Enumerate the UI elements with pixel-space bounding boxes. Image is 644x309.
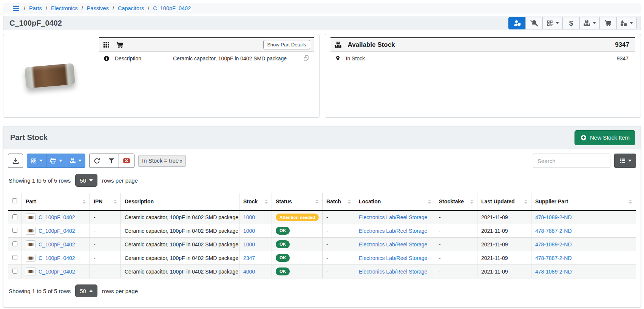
export-button[interactable] bbox=[8, 154, 23, 168]
table-row: C_100pF_0402 - Ceramic capacitor, 100pF … bbox=[8, 224, 636, 238]
status-badge: Attention needed bbox=[276, 214, 319, 221]
part-overview: Show Part Details Description Ceramic ca… bbox=[3, 34, 641, 118]
part-thumbnail[interactable] bbox=[26, 213, 36, 221]
column-header-supplier-part[interactable]: Supplier Part bbox=[531, 193, 636, 211]
part-thumbnail[interactable] bbox=[26, 267, 36, 275]
part-stock-header: Part Stock New Stock Item bbox=[3, 126, 641, 149]
stock-options-dropdown[interactable] bbox=[66, 154, 85, 168]
part-actions-button[interactable] bbox=[616, 17, 637, 29]
part-link[interactable]: C_100pF_0402 bbox=[39, 228, 75, 234]
pricing-button[interactable]: $ bbox=[562, 17, 580, 29]
chevron-down-icon bbox=[593, 22, 596, 24]
subscribe-button[interactable] bbox=[508, 17, 526, 29]
supplier-part-link[interactable]: 478-1089-2-ND bbox=[535, 241, 572, 248]
column-header-part[interactable]: Part bbox=[22, 193, 90, 211]
column-header-ipn[interactable]: IPN bbox=[90, 193, 121, 211]
location-link[interactable]: Electronics Lab/Reel Storage bbox=[359, 241, 427, 248]
ipn-cell: - bbox=[90, 265, 121, 278]
part-link[interactable]: C_100pF_0402 bbox=[39, 269, 75, 275]
column-header-status[interactable]: Status bbox=[272, 193, 323, 211]
page-size-dropdown[interactable]: 50 bbox=[75, 284, 97, 297]
columns-dropdown-button[interactable] bbox=[614, 154, 636, 168]
location-link[interactable]: Electronics Lab/Reel Storage bbox=[359, 269, 427, 275]
column-header-batch[interactable]: Batch bbox=[323, 193, 355, 211]
order-part-button[interactable] bbox=[599, 17, 617, 29]
pagination-suffix-text: rows per page bbox=[102, 288, 138, 294]
part-details-header: Show Part Details bbox=[99, 37, 314, 52]
description-label: Description bbox=[115, 55, 168, 61]
barcode-actions-dropdown[interactable] bbox=[27, 154, 46, 168]
stock-actions-button[interactable] bbox=[579, 17, 600, 29]
sort-icon bbox=[265, 200, 268, 204]
breadcrumb-item-current-part[interactable]: C_100pF_0402 bbox=[153, 5, 191, 11]
column-header-last-updated[interactable]: Last Updated bbox=[477, 193, 531, 211]
breadcrumb-item-parts[interactable]: Parts bbox=[29, 5, 42, 11]
in-stock-row: In Stock 9347 bbox=[330, 52, 636, 65]
supplier-part-link[interactable]: 478-1089-2-ND bbox=[535, 214, 572, 220]
row-checkbox[interactable] bbox=[12, 228, 17, 233]
capacitor-photo bbox=[24, 63, 75, 88]
new-stock-item-button[interactable]: New Stock Item bbox=[575, 130, 635, 145]
part-image[interactable] bbox=[3, 34, 96, 117]
barcode-actions-button[interactable] bbox=[542, 17, 563, 29]
column-header-stock[interactable]: Stock bbox=[239, 193, 272, 211]
stock-link[interactable]: 2347 bbox=[243, 255, 255, 261]
ipn-cell: - bbox=[90, 251, 121, 265]
page-size-dropdown[interactable]: 50 bbox=[75, 174, 97, 187]
part-thumbnail[interactable] bbox=[26, 227, 36, 235]
stock-link[interactable]: 4000 bbox=[243, 269, 255, 275]
stock-table: Part IPN Description Stock Status Batch … bbox=[8, 193, 636, 278]
info-icon bbox=[103, 55, 110, 61]
refresh-button[interactable] bbox=[89, 154, 104, 168]
show-part-details-button[interactable]: Show Part Details bbox=[263, 40, 310, 49]
row-checkbox[interactable] bbox=[12, 214, 17, 219]
menu-icon[interactable] bbox=[13, 6, 19, 11]
supplier-part-link[interactable]: 478-1089-2-ND bbox=[535, 269, 572, 275]
location-link[interactable]: Electronics Lab/Reel Storage bbox=[359, 214, 427, 220]
location-link[interactable]: Electronics Lab/Reel Storage bbox=[359, 228, 427, 234]
part-link[interactable]: C_100pF_0402 bbox=[39, 241, 75, 248]
notifications-disabled-button[interactable] bbox=[525, 17, 543, 29]
caret-down-icon bbox=[89, 179, 93, 181]
print-actions-dropdown[interactable] bbox=[46, 154, 66, 168]
column-header-location[interactable]: Location bbox=[355, 193, 435, 211]
chevron-down-icon bbox=[39, 160, 43, 162]
table-row: C_100pF_0402 - Ceramic capacitor, 100pF … bbox=[8, 211, 636, 224]
row-checkbox[interactable] bbox=[12, 255, 17, 260]
part-thumbnail[interactable] bbox=[26, 240, 36, 248]
user-shield-icon bbox=[513, 19, 521, 27]
breadcrumb-item-electronics[interactable]: Electronics bbox=[51, 5, 78, 11]
column-header-description[interactable]: Description bbox=[121, 193, 239, 211]
breadcrumb-item-capacitors[interactable]: Capacitors bbox=[118, 5, 144, 11]
stock-table-header-row: Part IPN Description Stock Status Batch … bbox=[8, 193, 636, 211]
supplier-part-link[interactable]: 478-7887-2-ND bbox=[535, 255, 572, 261]
supplier-part-link[interactable]: 478-7887-2-ND bbox=[535, 228, 572, 234]
filter-button[interactable] bbox=[104, 154, 119, 168]
copy-button[interactable] bbox=[303, 55, 309, 61]
part-link[interactable]: C_100pF_0402 bbox=[39, 255, 75, 261]
column-header-stocktake[interactable]: Stocktake bbox=[435, 193, 477, 211]
sort-icon bbox=[428, 200, 431, 204]
select-all-checkbox[interactable] bbox=[12, 198, 17, 203]
row-checkbox[interactable] bbox=[12, 241, 17, 246]
available-stock-table: Available Stock 9347 In Stock 9347 bbox=[330, 37, 636, 65]
caret-up-icon bbox=[89, 290, 93, 292]
breadcrumb-separator: / bbox=[82, 5, 83, 11]
remove-filters-button[interactable] bbox=[119, 154, 134, 168]
part-thumbnail[interactable] bbox=[26, 254, 36, 262]
qrcode-icon bbox=[31, 158, 37, 164]
stock-link[interactable]: 1000 bbox=[243, 214, 255, 220]
stock-link[interactable]: 1000 bbox=[243, 228, 255, 234]
in-stock-value: 9347 bbox=[617, 55, 631, 61]
part-link[interactable]: C_100pF_0402 bbox=[39, 214, 75, 220]
location-link[interactable]: Electronics Lab/Reel Storage bbox=[359, 255, 427, 261]
filter-chip-remove[interactable]: x bbox=[180, 158, 182, 164]
breadcrumb-item-passives[interactable]: Passives bbox=[87, 5, 109, 11]
breadcrumb-separator: / bbox=[113, 5, 114, 11]
ipn-cell: - bbox=[90, 224, 121, 238]
filter-chip-in-stock[interactable]: In Stock = true x bbox=[138, 155, 186, 167]
search-input[interactable] bbox=[533, 154, 610, 168]
description-cell: Ceramic capacitor, 100pF in 0402 SMD pac… bbox=[121, 265, 239, 278]
row-checkbox[interactable] bbox=[12, 269, 17, 274]
stock-link[interactable]: 1000 bbox=[243, 241, 255, 248]
